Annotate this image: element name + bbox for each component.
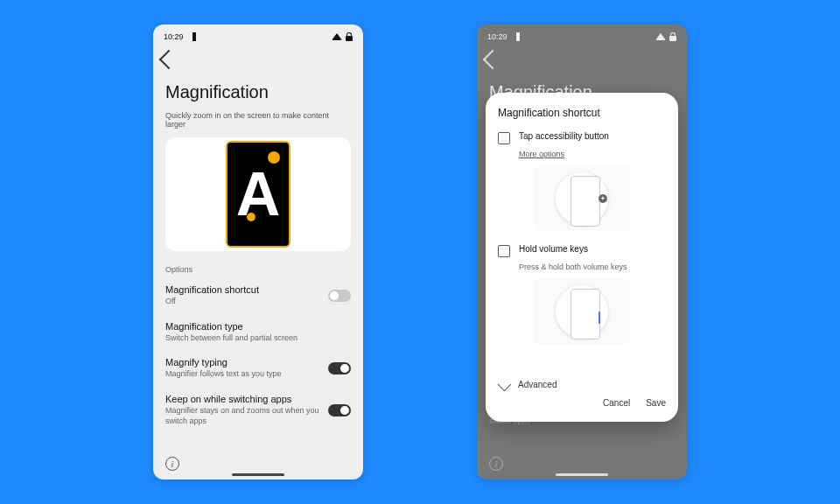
- preview-accessibility-button: ✦: [534, 165, 630, 232]
- option-volume-keys[interactable]: Hold volume keys: [498, 244, 666, 257]
- row-sub: Switch between full and partial screen: [165, 333, 351, 344]
- advanced-label: Advanced: [518, 380, 556, 389]
- checkbox-icon[interactable]: [498, 132, 510, 144]
- advanced-expander[interactable]: Advanced: [498, 380, 666, 389]
- page-description: Quickly zoom in on the screen to make co…: [165, 111, 351, 129]
- volume-button-icon: [598, 312, 600, 324]
- phone-right: 10:29 Magnification Quickly zoom in on t…: [477, 24, 687, 480]
- row-sub: Off: [165, 297, 321, 307]
- illustration-dot-icon: [247, 213, 256, 221]
- info-icon[interactable]: i: [165, 457, 179, 471]
- toggle-typing[interactable]: [328, 362, 351, 374]
- row-sub: Magnifier follows text as you type: [165, 369, 321, 380]
- shortcut-dialog: Magnification shortcut Tap accessibility…: [486, 93, 678, 422]
- toggle-keep-on[interactable]: [328, 404, 351, 416]
- options-header: Options: [165, 265, 351, 274]
- toggle-shortcut[interactable]: [328, 290, 351, 302]
- accessibility-fab-icon: ✦: [598, 194, 607, 203]
- option-label: Tap accessibility button: [519, 131, 609, 141]
- lock-icon: [346, 32, 353, 41]
- settings-page: Magnification Quickly zoom in on the scr…: [153, 77, 363, 480]
- option-accessibility-button[interactable]: Tap accessibility button: [498, 131, 666, 144]
- illustration-dot-icon: [268, 151, 280, 164]
- illustration-letter: A: [236, 164, 281, 225]
- row-title: Magnify typing: [165, 357, 321, 368]
- save-button[interactable]: Save: [646, 398, 666, 408]
- row-sub: Magnifier stays on and zooms out when yo…: [165, 406, 321, 426]
- option-sub: Press & hold both volume keys: [519, 262, 666, 271]
- chevron-down-icon: [498, 378, 512, 392]
- page-title: Magnification: [165, 82, 351, 102]
- row-title: Magnification shortcut: [165, 284, 321, 295]
- row-keep-on[interactable]: Keep on while switching apps Magnifier s…: [165, 387, 351, 433]
- clock: 10:29: [164, 32, 184, 41]
- more-options-link[interactable]: More options: [519, 150, 666, 158]
- preview-volume-keys: [534, 278, 630, 345]
- nav-pill[interactable]: [232, 473, 284, 476]
- row-magnify-typing[interactable]: Magnify typing Magnifier follows text as…: [165, 350, 351, 387]
- battery-small-icon: [192, 32, 196, 41]
- top-app-bar: [153, 47, 363, 72]
- illustration-card: A: [165, 137, 351, 251]
- row-magnification-type[interactable]: Magnification type Switch between full a…: [165, 314, 351, 351]
- back-icon[interactable]: [159, 50, 179, 70]
- option-label: Hold volume keys: [519, 244, 588, 254]
- checkbox-icon[interactable]: [498, 245, 510, 257]
- wifi-icon: [332, 33, 342, 40]
- row-title: Keep on while switching apps: [165, 394, 321, 404]
- status-bar: 10:29: [153, 30, 363, 44]
- illustration-phone: A: [226, 141, 290, 248]
- row-magnification-shortcut[interactable]: Magnification shortcut Off: [165, 277, 351, 314]
- cancel-button[interactable]: Cancel: [603, 398, 630, 408]
- phone-left: 10:29 Magnification Quickly zoom in on t…: [153, 24, 363, 480]
- row-title: Magnification type: [165, 321, 351, 332]
- dialog-title: Magnification shortcut: [498, 107, 666, 119]
